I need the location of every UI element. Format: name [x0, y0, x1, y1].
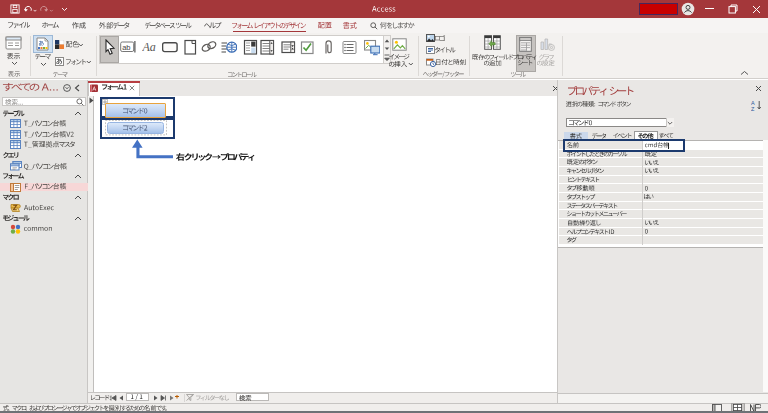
- svg-text:ab: ab: [122, 43, 130, 52]
- svg-text:Z: Z: [751, 106, 755, 112]
- svg-text:Aa: Aa: [142, 40, 156, 54]
